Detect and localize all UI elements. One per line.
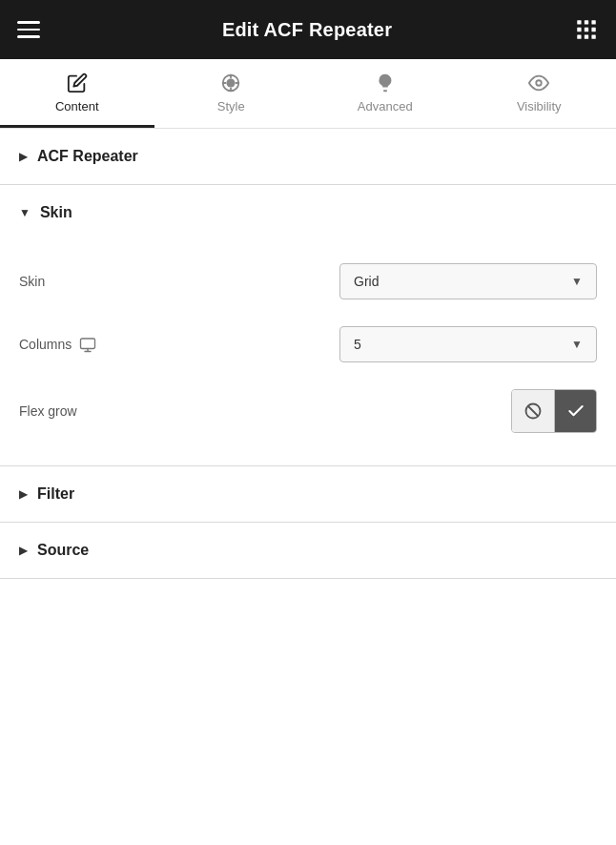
svg-rect-7 <box>585 34 588 38</box>
source-title: Source <box>37 542 89 559</box>
source-collapse-arrow: ▶ <box>19 544 28 557</box>
svg-rect-1 <box>585 20 588 24</box>
tab-advanced-label: Advanced <box>358 99 413 113</box>
svg-line-14 <box>528 406 538 416</box>
filter-title: Filter <box>37 485 74 503</box>
flex-grow-on-button[interactable] <box>554 390 596 432</box>
svg-rect-4 <box>585 28 588 31</box>
columns-field-label: Columns <box>19 336 96 353</box>
skin-title: Skin <box>40 204 72 221</box>
tab-style-label: Style <box>217 99 245 113</box>
section-source-header[interactable]: ▶ Source <box>0 523 616 578</box>
tab-advanced[interactable]: Advanced <box>308 59 462 128</box>
section-skin: ▼ Skin Skin Grid ▼ Columns 5 ▼ <box>0 185 616 466</box>
skin-collapse-arrow: ▼ <box>19 206 31 219</box>
section-filter: ▶ Filter <box>0 466 616 523</box>
svg-rect-5 <box>591 28 595 31</box>
tab-bar: Content Style Advanced Visibility <box>0 59 616 129</box>
page-title: Edit ACF Repeater <box>222 19 392 41</box>
svg-point-9 <box>227 78 236 87</box>
svg-rect-3 <box>577 28 581 31</box>
svg-rect-2 <box>591 20 595 24</box>
skin-dropdown[interactable]: Grid ▼ <box>339 263 597 299</box>
header: Edit ACF Repeater <box>0 0 616 59</box>
skin-dropdown-value: Grid <box>354 274 379 289</box>
monitor-icon <box>79 336 96 353</box>
tab-content-label: Content <box>55 99 99 113</box>
section-source: ▶ Source <box>0 523 616 579</box>
section-skin-header[interactable]: ▼ Skin <box>0 185 616 240</box>
flex-grow-label: Flex grow <box>19 403 77 419</box>
svg-rect-0 <box>577 20 581 24</box>
tab-style[interactable]: Style <box>154 59 309 128</box>
skin-dropdown-arrow-icon: ▼ <box>571 275 583 288</box>
columns-dropdown[interactable]: 5 ▼ <box>339 326 597 362</box>
tab-content[interactable]: Content <box>0 59 154 128</box>
svg-rect-8 <box>591 34 595 38</box>
columns-dropdown-arrow-icon: ▼ <box>571 338 583 351</box>
filter-collapse-arrow: ▶ <box>19 487 28 501</box>
skin-field-row: Skin Grid ▼ <box>19 250 597 313</box>
columns-field-row: Columns 5 ▼ <box>19 313 597 376</box>
tab-visibility-label: Visibility <box>517 99 562 113</box>
hamburger-menu-icon[interactable] <box>17 21 40 38</box>
svg-point-11 <box>537 80 543 86</box>
section-filter-header[interactable]: ▶ Filter <box>0 466 616 522</box>
apps-grid-icon[interactable] <box>574 17 599 42</box>
svg-rect-6 <box>577 34 581 38</box>
skin-section-body: Skin Grid ▼ Columns 5 ▼ Flex grow <box>0 240 616 465</box>
acf-repeater-title: ACF Repeater <box>37 148 138 165</box>
flex-grow-field-row: Flex grow <box>19 376 597 446</box>
svg-rect-12 <box>81 339 95 349</box>
columns-dropdown-value: 5 <box>354 337 361 352</box>
skin-field-label: Skin <box>19 274 45 289</box>
acf-repeater-collapse-arrow: ▶ <box>19 150 28 163</box>
section-acf-repeater-header[interactable]: ▶ ACF Repeater <box>0 129 616 184</box>
flex-grow-toggle-group <box>511 389 597 433</box>
tab-visibility[interactable]: Visibility <box>462 59 617 128</box>
section-acf-repeater: ▶ ACF Repeater <box>0 129 616 185</box>
flex-grow-off-button[interactable] <box>512 390 554 432</box>
